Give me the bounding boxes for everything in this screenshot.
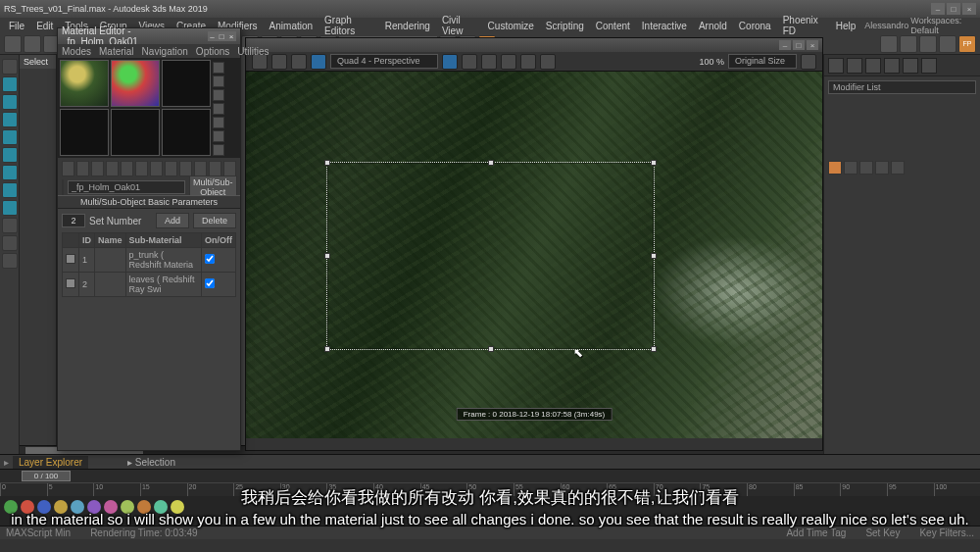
- tool-icon-11[interactable]: [2, 235, 18, 251]
- col-sub[interactable]: Sub-Material: [125, 233, 201, 248]
- configure-sets-icon[interactable]: [891, 161, 905, 175]
- modifier-list-dropdown[interactable]: Modifier List: [828, 80, 976, 94]
- menu-content[interactable]: Content: [591, 20, 635, 32]
- reset-map-icon[interactable]: [106, 161, 119, 176]
- menu-corona[interactable]: Corona: [734, 20, 776, 32]
- layer-explorer-label[interactable]: Layer Explorer: [13, 456, 88, 469]
- sample-type-icon[interactable]: [213, 62, 224, 74]
- set-key-button[interactable]: Set Key: [865, 527, 900, 538]
- video-check-icon[interactable]: [213, 117, 224, 128]
- material-slot-6[interactable]: [162, 109, 211, 156]
- viewport-nav3[interactable]: [939, 35, 956, 53]
- set-number-input[interactable]: [62, 214, 85, 227]
- size-mode-dropdown[interactable]: Original Size: [728, 54, 797, 69]
- time-slider-thumb[interactable]: 0 / 100: [22, 471, 71, 481]
- modify-panel-icon[interactable]: [2, 76, 18, 92]
- add-button[interactable]: Add: [156, 213, 189, 228]
- material-slot-4[interactable]: [60, 109, 109, 156]
- tool-icon-7[interactable]: [2, 165, 18, 180]
- menu-civil-view[interactable]: Civil View: [437, 14, 481, 37]
- fp-button[interactable]: FP: [958, 35, 976, 53]
- maxscript-label[interactable]: MAXScript Min: [6, 527, 71, 538]
- material-editor-titlebar[interactable]: Material Editor - _fp_Holm_Oak01 – □ ×: [58, 28, 240, 44]
- col-name[interactable]: Name: [95, 233, 126, 248]
- add-time-tag-button[interactable]: Add Time Tag: [786, 527, 846, 538]
- viewport-layout-button[interactable]: [880, 35, 898, 53]
- create-panel-icon[interactable]: [2, 59, 18, 75]
- zoom-value[interactable]: 100 %: [699, 57, 724, 67]
- menu-scripting[interactable]: Scripting: [541, 20, 589, 32]
- tool-icon-12[interactable]: [2, 253, 18, 269]
- me-maximize-button[interactable]: □: [217, 31, 226, 41]
- onoff-checkbox[interactable]: [205, 254, 215, 264]
- menu-animation[interactable]: Animation: [265, 20, 318, 32]
- put-to-scene-icon[interactable]: [76, 161, 89, 176]
- table-row[interactable]: 1 p_trunk ( Redshift Materia: [63, 248, 236, 273]
- me-minimize-button[interactable]: –: [208, 31, 218, 41]
- time-slider[interactable]: 0 / 100: [0, 469, 980, 482]
- rw-close-button[interactable]: ×: [807, 40, 818, 50]
- maximize-button[interactable]: □: [947, 3, 960, 15]
- menu-help[interactable]: Help: [831, 20, 861, 32]
- region-render-icon[interactable]: [311, 54, 326, 70]
- mono-icon[interactable]: [520, 54, 536, 70]
- show-end-result-icon[interactable]: [844, 161, 858, 175]
- display-panel-icon[interactable]: [2, 129, 18, 145]
- options-icon[interactable]: [213, 144, 224, 156]
- menu-edit[interactable]: Edit: [31, 20, 58, 32]
- remove-modifier-icon[interactable]: [875, 161, 889, 175]
- menu-arnold[interactable]: Arnold: [694, 20, 732, 32]
- create-tab[interactable]: [828, 58, 844, 74]
- tool-icon-10[interactable]: [2, 218, 18, 233]
- display-tab[interactable]: [903, 58, 918, 74]
- lock-view-icon[interactable]: [442, 54, 458, 70]
- material-id-icon[interactable]: [165, 161, 177, 176]
- key-filters-button[interactable]: Key Filters...: [919, 527, 974, 538]
- sample-uv-icon[interactable]: [213, 103, 224, 115]
- utilities-panel-icon[interactable]: [2, 147, 18, 163]
- onoff-checkbox[interactable]: [205, 278, 215, 288]
- put-to-library-icon[interactable]: [150, 161, 163, 176]
- make-copy-icon[interactable]: [121, 161, 133, 176]
- selection-label[interactable]: Selection: [135, 457, 175, 468]
- menu-phoenixfd[interactable]: Phoenix FD: [778, 14, 829, 37]
- menu-rendering[interactable]: Rendering: [380, 20, 435, 32]
- col-id[interactable]: ID: [79, 233, 95, 248]
- user-name[interactable]: Alessandro: [864, 21, 908, 30]
- rw-maximize-button[interactable]: □: [793, 40, 805, 50]
- rgba-icon[interactable]: [481, 54, 497, 70]
- delete-button[interactable]: Delete: [193, 213, 236, 228]
- motion-tab[interactable]: [884, 58, 900, 74]
- background-icon[interactable]: [213, 89, 224, 101]
- settings-icon[interactable]: [801, 54, 816, 70]
- col-onoff[interactable]: On/Off: [202, 233, 236, 248]
- material-slot-1[interactable]: [60, 60, 109, 107]
- close-button[interactable]: ×: [962, 3, 976, 15]
- menu-interactive[interactable]: Interactive: [637, 20, 692, 32]
- render-icon[interactable]: [462, 54, 477, 70]
- motion-panel-icon[interactable]: [2, 112, 18, 127]
- hierarchy-tab[interactable]: [865, 58, 881, 74]
- swatch-icon[interactable]: [66, 254, 75, 264]
- tool-icon-9[interactable]: [2, 200, 18, 216]
- material-editor-window[interactable]: Material Editor - _fp_Holm_Oak01 – □ × M…: [57, 27, 241, 451]
- render-frame-window[interactable]: – □ × Quad 4 - Perspective 100 % Origina…: [245, 37, 823, 451]
- material-name-input[interactable]: [68, 180, 185, 194]
- menu-file[interactable]: File: [4, 20, 29, 32]
- undo-button[interactable]: [4, 35, 22, 53]
- modify-tab[interactable]: [847, 58, 862, 74]
- backlight-icon[interactable]: [213, 75, 224, 87]
- material-slot-5[interactable]: [111, 109, 160, 156]
- me-menu-modes[interactable]: Modes: [62, 46, 91, 57]
- make-unique-icon[interactable]: [859, 161, 873, 175]
- workspace-dropdown[interactable]: Workspaces: Default: [910, 16, 976, 35]
- material-slot-3[interactable]: [162, 60, 211, 107]
- menu-customize[interactable]: Customize: [483, 20, 539, 32]
- go-parent-icon[interactable]: [209, 161, 221, 176]
- show-map-icon[interactable]: [179, 161, 192, 176]
- assign-to-selection-icon[interactable]: [91, 161, 104, 176]
- make-unique-icon[interactable]: [135, 161, 148, 176]
- swatch-icon[interactable]: [66, 278, 75, 288]
- table-row[interactable]: 2 leaves ( Redshift Ray Swi: [63, 273, 236, 297]
- pick-material-icon[interactable]: [62, 179, 64, 195]
